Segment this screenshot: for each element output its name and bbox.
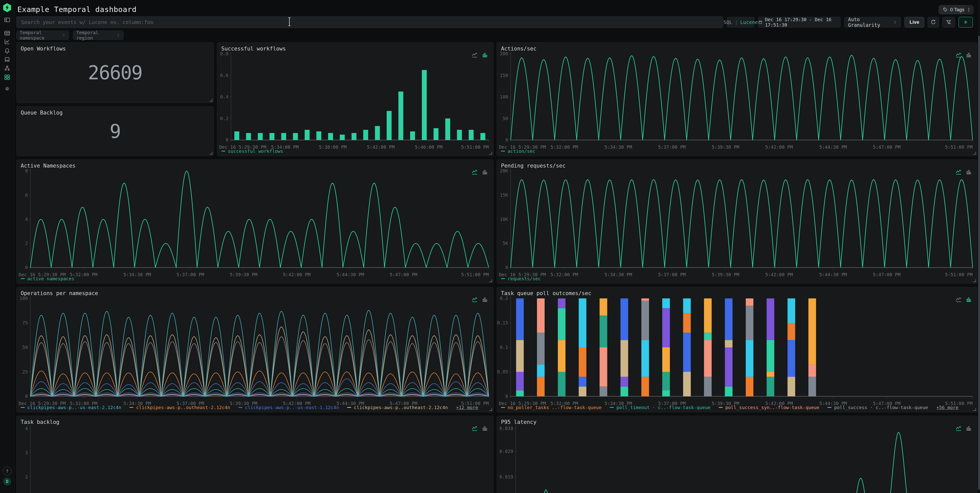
bar-chart-toggle-icon[interactable] [482,296,488,303]
legend-item[interactable]: successful workflows [221,149,283,154]
svg-text:0.8: 0.8 [220,51,228,56]
search-input[interactable] [16,16,723,28]
region-label: Temporal region [76,30,116,41]
bar-chart-toggle-icon[interactable] [966,52,972,59]
legend-more[interactable]: +56 more [936,405,959,410]
scrollbar-thumb[interactable] [978,36,980,490]
resize-handle[interactable] [489,279,492,282]
panel-title: Pending requests/sec [501,163,566,169]
legend-item[interactable]: poll_timeout · c..-flow-task-queue [610,405,710,410]
panel-queue-backlog: Queue Backlog 9 [16,106,214,156]
mode-divider: | [735,19,738,25]
filter-button[interactable] [942,17,955,27]
dashboards-icon[interactable] [3,73,11,81]
legend: clickpipes-aws-p..-us-east-2.12c4nclickp… [21,405,478,410]
chart-actions-sec[interactable]: 200150100500Dec 16 5:29:30 PM5:32:00 PM5… [497,43,977,156]
svg-text:0.6: 0.6 [220,73,228,78]
topology-icon[interactable] [3,64,11,72]
play-icon [963,19,969,25]
bar-chart-toggle-icon[interactable] [482,425,488,432]
resize-handle[interactable] [210,99,212,101]
svg-text:0: 0 [226,137,228,143]
panel-task-queue-poll: Task queue poll outcomes/sec 0.20.150.10… [496,287,977,412]
legend-item[interactable]: clickpipes-aws-p..-us-east-1.12c4n [239,405,339,410]
line-chart-toggle-icon[interactable] [955,52,962,59]
resize-handle[interactable] [489,152,492,155]
date-range-picker[interactable]: Dec 16 17:29:30 - Dec 16 17:51:30 [758,17,841,27]
filter-edit-icon [946,19,951,25]
chart-active-namespaces[interactable]: 86420Dec 16 5:29:30 PM5:32:00 PM5:34:30 … [17,160,493,283]
granularity-select[interactable]: Auto Granularity [844,17,901,27]
chart-task-queue-poll[interactable]: 0.20.150.10.050Dec 16 5:29:30 PM5:32:00 … [497,287,977,412]
svg-text:5:44:30 PM: 5:44:30 PM [819,144,847,150]
chart-operations-per-namespace[interactable]: 1007550250Dec 16 5:29:30 PM5:32:00 PM5:3… [17,287,493,412]
chart-explore-icon[interactable] [3,38,11,45]
help-icon[interactable]: ? [3,467,11,476]
legend-item[interactable]: requests/sec [501,276,541,281]
panel-title: Queue Backlog [21,110,62,116]
svg-text:200: 200 [500,51,508,56]
table-icon[interactable] [3,29,11,37]
bar-chart-toggle-icon[interactable] [966,169,972,176]
svg-text:5:39:30 PM: 5:39:30 PM [230,272,258,277]
chart-successful-workflows[interactable]: 0.80.60.40.20Dec 16 5:29:30 PM5:34:00 PM… [217,43,493,156]
chart-pending-requests[interactable]: 20K15K10K5K0Dec 16 5:29:30 PM5:32:00 PM5… [497,160,977,283]
panel-title: Actions/sec [501,46,536,52]
legend-item[interactable]: no_poller_tasks ..-flow-task-queue [501,405,601,410]
settings-gear-icon[interactable] [3,85,11,93]
bar-chart-toggle-icon[interactable] [966,296,972,303]
monitor-icon[interactable] [3,55,11,63]
resize-handle[interactable] [210,152,212,155]
svg-text:5:34:30 PM: 5:34:30 PM [123,272,151,277]
legend-item[interactable]: clickpipes-aws-p..outheast-2.12c4n [347,405,448,410]
line-chart-toggle-icon[interactable] [471,52,478,59]
sql-mode-label[interactable]: SQL [724,19,732,25]
user-avatar[interactable]: D [3,477,11,486]
temporal-namespace-select[interactable]: Temporal namespace [16,31,69,40]
chart-toggles [471,296,488,303]
scrollbar[interactable] [978,0,980,493]
refresh-button[interactable] [928,17,939,27]
query-mode-toggle[interactable]: SQL | Lucene [727,17,754,27]
legend-item[interactable]: clickpipes-aws-p..outheast-2.12c4n [129,405,230,410]
svg-text:5:42:00 PM: 5:42:00 PM [367,144,395,150]
line-chart-toggle-icon[interactable] [955,425,962,432]
line-chart-toggle-icon[interactable] [471,425,478,432]
legend-item[interactable]: clickpipes-aws-p..-us-east-2.12c4n [21,405,121,410]
legend-more[interactable]: +12 more [456,405,478,410]
line-chart-toggle-icon[interactable] [955,296,962,303]
svg-text:5:34:30 PM: 5:34:30 PM [605,144,632,150]
lucene-mode-label[interactable]: Lucene [740,19,758,25]
panel-title: Active Namespaces [21,163,76,169]
bar-chart-toggle-icon[interactable] [482,52,488,59]
legend-item[interactable]: poll_success_syn..-flow-task-queue [719,405,819,410]
chart-p95-latency[interactable]: 0.0380.0290.019 [497,416,977,493]
svg-text:25: 25 [22,369,28,374]
panel-operations-per-namespace: Operations per namespace 1007550250Dec 1… [16,287,493,412]
svg-text:0.2: 0.2 [500,296,508,301]
bar-chart-toggle-icon[interactable] [966,425,972,432]
chart-task-backlog[interactable]: 432 [17,416,493,493]
resize-handle[interactable] [489,408,492,411]
run-query-button[interactable] [959,17,973,27]
bar-chart-toggle-icon[interactable] [482,169,488,176]
svg-text:5:47:00 PM: 5:47:00 PM [873,144,900,150]
line-chart-toggle-icon[interactable] [471,296,478,303]
svg-text:5:47:00 PM: 5:47:00 PM [873,272,900,277]
legend-item[interactable]: action/sec [501,149,535,154]
alerts-bell-icon[interactable] [3,47,11,55]
temporal-region-select[interactable]: Temporal region [73,31,124,40]
svg-text:5:39:30 PM: 5:39:30 PM [711,144,739,150]
legend-item[interactable]: poll_success · c..-flow-task-queue [827,405,928,410]
line-chart-toggle-icon[interactable] [955,169,962,176]
line-chart-toggle-icon[interactable] [471,169,478,176]
app-logo-icon[interactable] [3,3,12,12]
sidebar: ? D [0,0,14,493]
resize-handle[interactable] [973,408,976,411]
live-button[interactable]: Live [904,17,924,27]
resize-handle[interactable] [973,279,976,282]
legend-item[interactable]: active namespaces [21,276,74,281]
resize-handle[interactable] [973,152,976,155]
panel-toggle-icon[interactable] [3,16,11,24]
kebab-menu-button[interactable] [964,5,974,14]
